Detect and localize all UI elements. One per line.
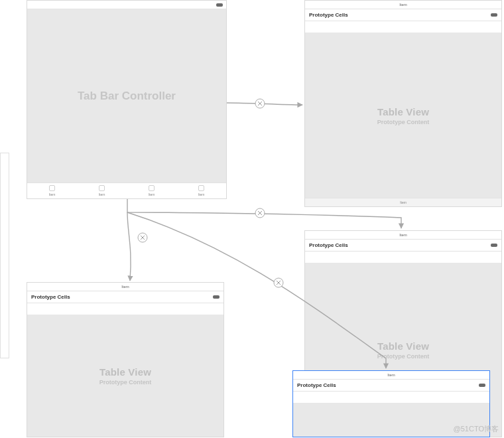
table-view-scene-2[interactable]: Item Prototype Cells Table View Prototyp… (27, 282, 224, 437)
nav-title: Item (121, 285, 129, 289)
status-indicator-icon (216, 3, 223, 7)
svg-line-11 (277, 281, 281, 285)
disclosure-icon (491, 244, 497, 247)
svg-point-6 (138, 233, 147, 242)
prototype-cells-header: Prototype Cells (27, 291, 223, 303)
prototype-cells-header: Prototype Cells (293, 380, 489, 392)
tab-item[interactable]: Item (176, 183, 226, 198)
svg-line-2 (258, 102, 262, 106)
table-view-placeholder-subtitle: Prototype Content (99, 379, 152, 386)
nav-title: Item (399, 3, 407, 7)
disclosure-icon (479, 384, 485, 387)
scene-fragment-left (0, 153, 9, 358)
svg-line-5 (258, 211, 262, 215)
prototype-cell-row (305, 252, 501, 263)
tab-item[interactable]: Item (77, 183, 127, 198)
nav-title: Item (387, 373, 395, 377)
table-view-placeholder-title: Table View (99, 366, 151, 378)
tab-bar-controller-title: Tab Bar Controller (78, 90, 176, 103)
tab-item[interactable]: Item (127, 183, 176, 198)
svg-line-10 (277, 281, 281, 285)
prototype-cell-row (293, 392, 489, 403)
table-view-body: Table View Prototype Content (27, 315, 223, 437)
svg-point-0 (255, 99, 265, 108)
prototype-cell-row (27, 303, 223, 315)
nav-bar: Item (305, 1, 501, 9)
prototype-cells-header: Prototype Cells (305, 9, 501, 21)
svg-line-1 (258, 102, 262, 106)
disclosure-icon (213, 295, 220, 299)
table-view-scene-1[interactable]: Item Prototype Cells Table View Prototyp… (304, 0, 502, 207)
table-view-placeholder-title: Table View (377, 340, 429, 352)
table-view-placeholder-subtitle: Prototype Content (377, 119, 430, 125)
table-view-placeholder-title: Table View (377, 106, 429, 117)
svg-line-8 (141, 236, 145, 240)
prototype-cells-header: Prototype Cells (305, 240, 501, 252)
nav-bar: Item (27, 283, 223, 291)
tab-item[interactable]: Item (27, 183, 77, 198)
watermark: @51CTO博客 (454, 424, 499, 434)
tab-bar: Item Item Item Item (27, 183, 226, 198)
table-view-body: Table View Prototype Content (305, 33, 501, 198)
tab-bar-placeholder: Item (305, 198, 501, 206)
prototype-cell-row (305, 21, 501, 33)
disclosure-icon (491, 13, 497, 17)
tab-bar-controller-scene[interactable]: Tab Bar Controller Item Item Item Item (27, 0, 227, 199)
svg-line-4 (258, 211, 262, 215)
svg-line-7 (141, 236, 145, 240)
nav-bar: Item (305, 231, 501, 240)
svg-point-3 (255, 208, 265, 218)
svg-point-9 (274, 278, 283, 287)
nav-bar: Item (293, 371, 489, 380)
nav-title: Item (399, 233, 407, 237)
table-view-placeholder-subtitle: Prototype Content (377, 353, 430, 360)
tab-bar-controller-body: Tab Bar Controller (27, 9, 226, 183)
